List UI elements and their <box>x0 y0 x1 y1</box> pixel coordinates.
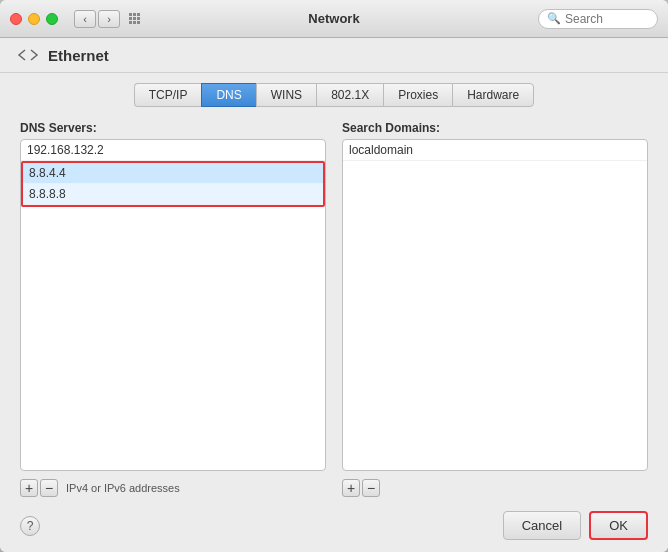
grid-icon[interactable] <box>124 10 146 28</box>
search-add-button[interactable]: + <box>342 479 360 497</box>
search-domains-label: Search Domains: <box>342 121 648 135</box>
tab-hardware[interactable]: Hardware <box>452 83 534 107</box>
search-domains-list[interactable]: localdomain <box>342 139 648 471</box>
dns-add-button[interactable]: + <box>20 479 38 497</box>
maximize-button[interactable] <box>46 13 58 25</box>
search-bar[interactable]: 🔍 <box>538 9 658 29</box>
dns-entry-1[interactable]: 8.8.4.4 <box>23 163 323 184</box>
search-domain-entry-0[interactable]: localdomain <box>343 140 647 161</box>
search-icon: 🔍 <box>547 12 561 25</box>
bottom-bar: ? Cancel OK <box>0 501 668 552</box>
forward-button[interactable]: › <box>98 10 120 28</box>
breadcrumb-arrows <box>16 46 40 64</box>
network-window: ‹ › Network 🔍 <box>0 0 668 552</box>
minimize-button[interactable] <box>28 13 40 25</box>
svg-rect-0 <box>129 13 132 16</box>
window-title: Network <box>308 11 359 26</box>
traffic-lights <box>10 13 58 25</box>
svg-rect-4 <box>133 17 136 20</box>
dns-controls: + − IPv4 or IPv6 addresses <box>20 475 326 501</box>
tabs-bar: TCP/IP DNS WINS 802.1X Proxies Hardware <box>20 83 648 107</box>
titlebar-nav: ‹ › <box>74 10 120 28</box>
action-buttons: Cancel OK <box>503 511 648 540</box>
svg-rect-5 <box>137 17 140 20</box>
search-domains-column: Search Domains: localdomain + − <box>342 121 648 501</box>
breadcrumb-label: Ethernet <box>48 47 109 64</box>
dns-hint: IPv4 or IPv6 addresses <box>66 482 180 494</box>
tab-802-1x[interactable]: 802.1X <box>316 83 383 107</box>
back-button[interactable]: ‹ <box>74 10 96 28</box>
ok-button[interactable]: OK <box>589 511 648 540</box>
cancel-button[interactable]: Cancel <box>503 511 581 540</box>
dns-entry-0[interactable]: 192.168.132.2 <box>21 140 325 161</box>
search-controls: + − <box>342 475 648 501</box>
tab-proxies[interactable]: Proxies <box>383 83 452 107</box>
dns-entry-2[interactable]: 8.8.8.8 <box>23 184 323 205</box>
tab-dns[interactable]: DNS <box>201 83 255 107</box>
search-input[interactable] <box>565 12 649 26</box>
svg-rect-7 <box>133 21 136 24</box>
titlebar: ‹ › Network 🔍 <box>0 0 668 38</box>
svg-rect-8 <box>137 21 140 24</box>
tab-tcp-ip[interactable]: TCP/IP <box>134 83 202 107</box>
content-area: TCP/IP DNS WINS 802.1X Proxies Hardware … <box>0 73 668 501</box>
close-button[interactable] <box>10 13 22 25</box>
tab-wins[interactable]: WINS <box>256 83 316 107</box>
dns-servers-column: DNS Servers: 192.168.132.2 8.8.4.4 8.8.8… <box>20 121 326 501</box>
svg-rect-2 <box>137 13 140 16</box>
svg-rect-1 <box>133 13 136 16</box>
breadcrumb-bar: Ethernet <box>0 38 668 73</box>
dns-remove-button[interactable]: − <box>40 479 58 497</box>
help-button[interactable]: ? <box>20 516 40 536</box>
svg-rect-3 <box>129 17 132 20</box>
svg-rect-6 <box>129 21 132 24</box>
search-remove-button[interactable]: − <box>362 479 380 497</box>
dns-servers-label: DNS Servers: <box>20 121 326 135</box>
main-panel: DNS Servers: 192.168.132.2 8.8.4.4 8.8.8… <box>20 121 648 501</box>
dns-servers-list[interactable]: 192.168.132.2 8.8.4.4 8.8.8.8 <box>20 139 326 471</box>
